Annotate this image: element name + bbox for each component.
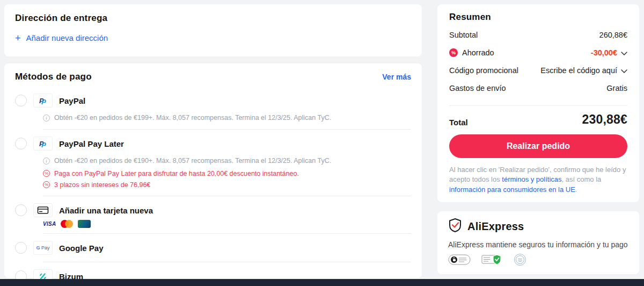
payment-option-new-card[interactable]: Añadir una tarjeta nueva [15, 203, 411, 217]
paypal-info: i Obtén -€20 en pedidos de €199+. Máx. 8… [43, 113, 411, 122]
payment-methods-title: Métodos de pago [15, 72, 92, 82]
delivery-address-title: Dirección de entrega [15, 13, 411, 24]
add-new-address-label: Añadir nueva dirección [26, 33, 108, 42]
svg-text:P: P [41, 98, 46, 105]
payment-option-paypal[interactable]: P P PayPal [15, 94, 411, 108]
saved-label: Ahorrado [462, 48, 494, 57]
info-icon: i [43, 115, 50, 121]
paypal-icon: P P [33, 137, 53, 151]
svg-text:P: P [41, 141, 46, 148]
order-disclaimer: Al hacer clic en 'Realizar pedido', conf… [449, 165, 627, 195]
trust-badge-seal-icon [514, 253, 526, 268]
place-order-button[interactable]: Realizar pedido [449, 134, 627, 158]
promo-code-placeholder[interactable]: Escribe el código aquí [540, 66, 617, 75]
total-value: 230,88€ [582, 112, 627, 127]
paypal-pay-later-info-text: Obtén -€20 en pedidos de €190+. Máx. 8,0… [54, 157, 331, 165]
divider [43, 196, 411, 196]
disclaimer-text: , así como la [562, 175, 602, 183]
payment-methods-card: Métodos de pago Ver más P P PayPal i Obt… [4, 63, 422, 278]
paypal-pay-later-radio[interactable] [15, 138, 27, 149]
mastercard-icon [61, 220, 74, 228]
see-more-link[interactable]: Ver más [382, 73, 411, 81]
google-pay-radio[interactable] [15, 242, 27, 254]
percent-icon: % [43, 181, 50, 188]
paypal-icon: P P [33, 94, 53, 108]
new-card-radio[interactable] [15, 204, 27, 216]
divider [43, 129, 411, 130]
shipping-label: Gastos de envío [449, 84, 506, 92]
paypal-pay-later-info: i Obtén -€20 en pedidos de €190+. Máx. 8… [43, 156, 411, 165]
chevron-down-icon[interactable] [621, 48, 627, 57]
paypal-radio[interactable] [15, 95, 27, 106]
payment-option-google-pay[interactable]: G Pay Google Pay [15, 241, 411, 255]
google-pay-label: Google Pay [59, 244, 104, 253]
subtotal-label: Subtotal [449, 31, 478, 39]
promo-code-label: Código promocional [449, 66, 518, 75]
credit-card-icon [33, 203, 53, 217]
divider [43, 262, 411, 262]
trust-badges [448, 254, 628, 267]
google-pay-icon: G Pay [33, 241, 53, 255]
delivery-address-card: Dirección de entrega + Añadir nueva dire… [4, 4, 422, 56]
promo-code-row[interactable]: Código promocional Escribe el código aqu… [449, 65, 627, 76]
pay-later-promo-1-text: Paga con PayPal Pay Later para disfrutar… [54, 170, 299, 177]
order-summary-card: Resumen Subtotal 260,88€ % Ahorrado -30,… [437, 4, 639, 202]
chevron-down-icon[interactable] [621, 66, 627, 75]
subtotal-row: Subtotal 260,88€ [449, 30, 627, 40]
total-label: Total [449, 118, 468, 127]
total-row: Total 230,88€ [449, 112, 627, 127]
eu-consumer-info-link[interactable]: información para consumidores en la UE [449, 185, 575, 194]
pay-later-promo-1: % Paga con PayPal Pay Later para disfrut… [43, 169, 411, 177]
saved-row[interactable]: % Ahorrado -30,00€ [449, 47, 627, 58]
summary-title: Resumen [449, 12, 627, 23]
trust-card: AliExpress AliExpress mantiene seguros t… [437, 211, 639, 274]
card-brands-row: VISA [43, 220, 411, 228]
new-card-label: Añadir una tarjeta nueva [59, 206, 153, 215]
bottom-bar [0, 279, 644, 286]
trust-badge-lock-icon [448, 254, 471, 268]
paypal-pay-later-label: PayPal Pay Later [59, 139, 124, 148]
pay-later-promo-2: % 3 plazos sin intereses de 76,96€ [43, 181, 411, 189]
add-new-address-link[interactable]: + Añadir nueva dirección [15, 33, 411, 42]
shipping-row: Gastos de envío Gratis [449, 83, 627, 94]
pay-later-promo-2-text: 3 plazos sin intereses de 76,96€ [54, 181, 150, 189]
paypal-info-text: Obtén -€20 en pedidos de €199+. Máx. 8,0… [54, 114, 331, 121]
trust-badge-green-shield-icon [481, 253, 503, 268]
info-icon: i [43, 158, 50, 165]
shield-check-icon [448, 218, 462, 235]
paypal-label: PayPal [59, 96, 85, 105]
saved-value: -30,00€ [591, 48, 617, 57]
visa-icon: VISA [43, 221, 56, 227]
percent-icon: % [43, 170, 50, 177]
cb-card-icon [78, 220, 91, 228]
discount-badge-icon: % [449, 48, 458, 57]
shipping-value: Gratis [606, 84, 627, 92]
terms-link[interactable]: términos y políticas [502, 175, 561, 183]
divider [43, 233, 411, 234]
divider [449, 105, 627, 106]
trust-message: AliExpress mantiene seguros tu informaci… [448, 240, 628, 249]
disclaimer-text: . [575, 185, 577, 194]
subtotal-value: 260,88€ [599, 31, 627, 39]
aliexpress-logo: AliExpress [467, 220, 524, 233]
plus-icon: + [15, 34, 21, 42]
payment-option-paypal-pay-later[interactable]: P P PayPal Pay Later [15, 137, 411, 151]
